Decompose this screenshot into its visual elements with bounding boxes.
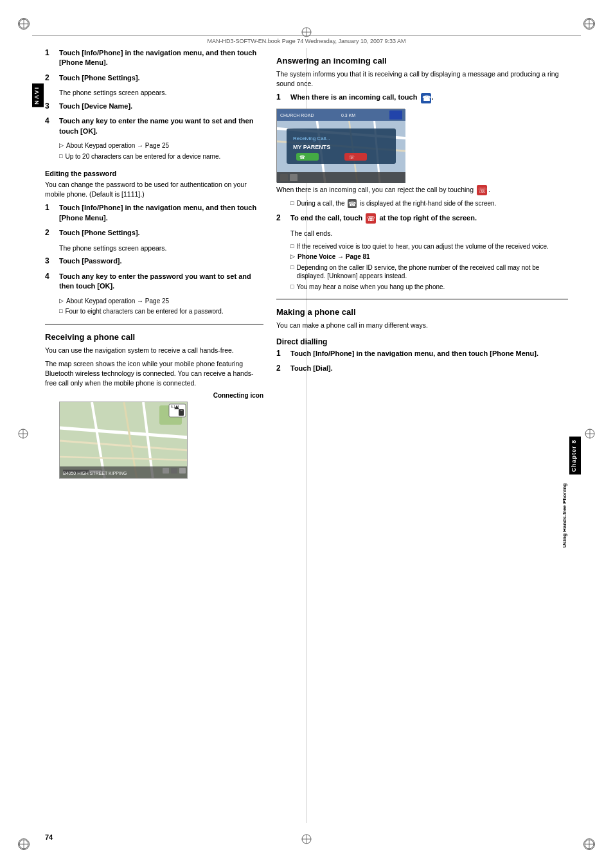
pwd-step-4-note-1-text: About Keypad operation → Page 25 (66, 297, 169, 306)
answer-step-1-note2-text: During a call, the ☎ is displayed at the… (296, 199, 496, 208)
corner-mark-tr (583, 18, 595, 30)
pwd-step-4-note-2-text: Four to eight characters can be entered … (65, 307, 223, 316)
svg-rect-43 (389, 111, 402, 120)
answer-step-1: 1 When there is an incoming call, touch … (276, 93, 568, 103)
step-number-3: 3 (45, 102, 57, 111)
svg-rect-25 (171, 468, 177, 474)
pwd-step-4-note-2: □ Four to eight characters can be entere… (59, 307, 263, 316)
connecting-icon-map: B4050 HIGH STREET KIPPING 5.1 M (59, 402, 188, 479)
svg-text:0.3 KM: 0.3 KM (341, 113, 355, 118)
answer-step-2-text: To end the call, touch ☏ at the top righ… (290, 213, 477, 224)
dial-step-2: 2 Touch [Dial]. (276, 364, 568, 373)
answer-note-2: ▷ Phone Voice → Page 81 (290, 252, 568, 261)
answering-section-body: The system informs you that it is receiv… (276, 69, 568, 89)
right-center-mark (585, 429, 595, 440)
step-number-4: 4 (45, 116, 57, 125)
step-4-note-1-text: About Keypad operation → Page 25 (66, 141, 169, 150)
step-4-note-2: □ Up to 20 characters can be entered for… (59, 152, 263, 161)
pwd-step-2-text: Touch [Phone Settings]. (59, 228, 140, 238)
receiving-section-title: Receiving a phone call (45, 332, 263, 342)
tri-bullet-1: ▷ (59, 142, 64, 148)
step-2-text: Touch [Phone Settings]. (59, 73, 140, 83)
step-3-initial: 3 Touch [Device Name]. (45, 102, 263, 111)
svg-text:☏: ☏ (478, 186, 487, 194)
left-column: 1 Touch [Info/Phone] in the navigation m… (45, 48, 263, 823)
answer-note-3: □ Depending on the caller ID service, th… (290, 263, 568, 281)
step-4-initial: 4 Touch any key to enter the name you wa… (45, 116, 263, 136)
pwd-step-1-text: Touch [Info/Phone] in the navigation men… (59, 203, 263, 223)
pwd-step-2-sub: The phone settings screen appears. (59, 244, 263, 253)
corner-mark-bl (18, 838, 30, 850)
pwd-step-3-text: Touch [Password]. (59, 256, 122, 266)
pwd-step-number-1: 1 (45, 203, 57, 212)
sq-bullet-ans-4: □ (290, 283, 294, 290)
svg-rect-29 (179, 409, 184, 416)
step-1-text: Touch [Info/Phone] in the navigation men… (59, 48, 263, 68)
pwd-step-number-4: 4 (45, 272, 57, 281)
dial-step-num-1: 1 (276, 349, 288, 358)
making-section-body: You can make a phone call in many differ… (276, 321, 568, 330)
answer-note-3-text: Depending on the caller ID service, the … (296, 263, 568, 281)
answering-section-title: Answering an incoming call (276, 56, 568, 66)
svg-text:CHURCH ROAD: CHURCH ROAD (280, 113, 314, 118)
svg-rect-52 (280, 174, 288, 181)
end-call-icon: ☏ (366, 213, 376, 224)
section-divider-making (276, 299, 568, 299)
sq-bullet-1: □ (59, 153, 62, 159)
phone-answer-icon: ☎ (421, 93, 431, 103)
sq-bullet-ans-3: □ (290, 264, 294, 270)
sq-bullet-ans-1: □ (290, 200, 294, 206)
dial-step-2-text: Touch [Dial]. (290, 364, 333, 373)
sq-bullet-ans-2: □ (290, 243, 294, 249)
receiving-section-body1: You can use the navigation system to rec… (45, 346, 263, 355)
dial-step-1-text: Touch [Info/Phone] in the navigation men… (290, 349, 538, 359)
answer-note-1-text: If the received voice is too quiet to he… (296, 242, 548, 251)
dial-step-1: 1 Touch [Info/Phone] in the navigation m… (276, 349, 568, 359)
step-2-initial: 2 Touch [Phone Settings]. (45, 73, 263, 83)
side-chapter-label: Chapter 8 (569, 437, 581, 475)
svg-text:B4050 HIGH STREET KIPPING: B4050 HIGH STREET KIPPING (63, 471, 127, 475)
page-number: 74 (45, 833, 53, 841)
editing-password-body: You can change the password to be used f… (45, 180, 263, 199)
answer-note-1: □ If the received voice is too quiet to … (290, 242, 568, 251)
direct-dialling-title: Direct dialling (276, 337, 568, 346)
side-navi-label: NAVI (32, 84, 44, 107)
svg-text:☏: ☏ (367, 215, 375, 222)
pwd-step-4: 4 Touch any key to enter the password yo… (45, 272, 263, 292)
dial-step-num-2: 2 (276, 364, 288, 373)
step-4-text: Touch any key to enter the name you want… (59, 116, 263, 136)
pwd-step-number-3: 3 (45, 256, 57, 265)
answer-step-num-1: 1 (276, 93, 288, 102)
editing-password-title: Editing the password (45, 170, 263, 177)
left-center-mark (18, 429, 28, 440)
answer-step-2-sub: The call ends. (290, 229, 568, 238)
pwd-step-4-text: Touch any key to enter the password you … (59, 272, 263, 292)
corner-mark-br (583, 838, 595, 850)
pwd-step-number-2: 2 (45, 228, 57, 237)
step-number-2: 2 (45, 73, 57, 82)
svg-text:MY PARENTS: MY PARENTS (293, 144, 330, 150)
connecting-icon-caption: Connecting icon (59, 392, 263, 399)
receiving-section-body2: The map screen shows the icon while your… (45, 359, 263, 389)
svg-text:☏: ☏ (349, 155, 355, 159)
top-center-mark (301, 27, 312, 39)
svg-text:☎: ☎ (299, 155, 305, 159)
svg-text:Receiving Call...: Receiving Call... (293, 136, 330, 141)
answer-note-4-text: You may hear a noise when you hang up th… (296, 283, 445, 292)
pwd-step-2: 2 Touch [Phone Settings]. (45, 228, 263, 238)
pwd-step-4-note-1: ▷ About Keypad operation → Page 25 (59, 297, 263, 306)
svg-rect-53 (290, 174, 298, 181)
step-4-note-2-text: Up to 20 characters can be entered for a… (65, 152, 220, 161)
answer-note-4: □ You may hear a noise when you hang up … (290, 283, 568, 292)
answer-note-2-text: Phone Voice → Page 81 (298, 252, 370, 261)
right-column: Answering an incoming call The system in… (276, 48, 568, 823)
pwd-step-1: 1 Touch [Info/Phone] in the navigation m… (45, 203, 263, 223)
incoming-call-screen: CHURCH ROAD 0.3 KM Receiving Call... MY … (276, 109, 405, 182)
step-2-sub: The phone settings screen appears. (59, 88, 263, 98)
svg-rect-26 (179, 468, 186, 474)
answer-step-1-text: When there is an incoming call, touch ☎ … (290, 93, 434, 103)
answer-step-num-2: 2 (276, 213, 288, 222)
step-number-1: 1 (45, 48, 57, 57)
svg-text:☎: ☎ (348, 200, 356, 208)
step-4-note-1: ▷ About Keypad operation → Page 25 (59, 141, 263, 150)
